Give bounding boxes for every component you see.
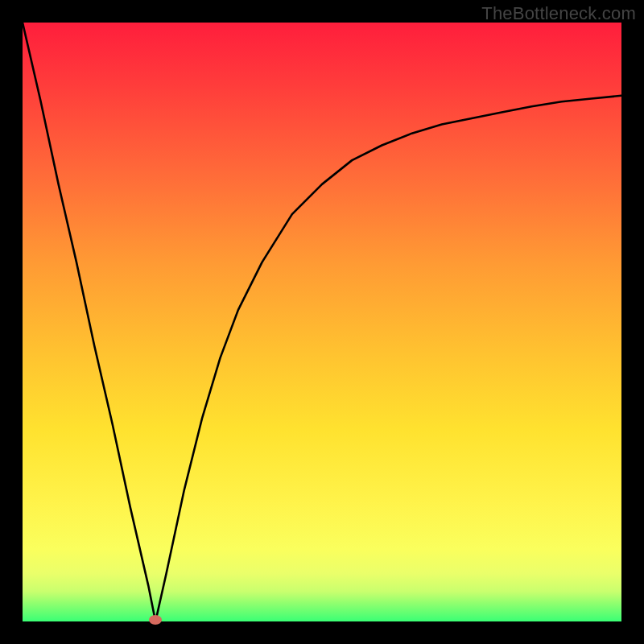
optimum-marker — [149, 615, 162, 625]
chart-frame: TheBottleneck.com — [0, 0, 644, 644]
bottleneck-curve — [23, 23, 621, 621]
plot-area — [23, 23, 621, 621]
watermark-text: TheBottleneck.com — [481, 3, 636, 24]
